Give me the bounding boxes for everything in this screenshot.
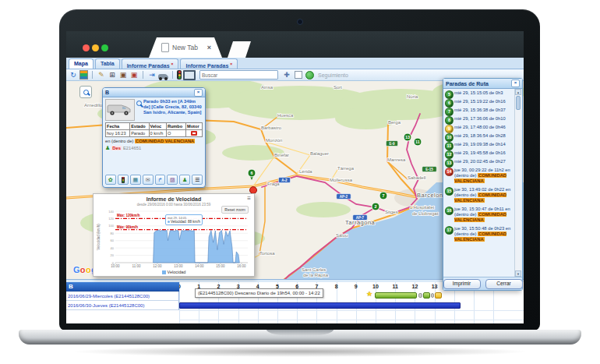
stop-item[interactable]: 6mié 29, 15:19:22 de 0h16 — [445, 97, 514, 106]
browser-tab[interactable]: New Tab × — [149, 37, 222, 58]
vehicle-info-popup: B × Parado 0h33 en [A 349m de] [Calle Gr… — [102, 87, 206, 188]
traffic-light-icon[interactable] — [177, 70, 182, 80]
screen-icon[interactable] — [183, 70, 196, 80]
refresh-icon[interactable]: ↻ — [69, 70, 78, 80]
svg-text:10:00: 10:00 — [111, 264, 120, 268]
search-input[interactable] — [199, 70, 278, 80]
chart-ylabel: Velocidad (km/h) — [97, 224, 101, 250]
stop-item[interactable]: 7mié 29, 15:36:38 de 0h37 — [445, 106, 514, 115]
svg-text:60: 60 — [111, 239, 115, 242]
timeline-row-jueves[interactable]: 2016/06/30-Jueves (E21445128C00) — [66, 301, 179, 310]
maximize-window-button[interactable] — [101, 44, 108, 51]
map-label: Tàrrega — [337, 166, 355, 171]
stops-panel-header[interactable]: Paradas de Ruta × — [443, 79, 522, 89]
timeline-row-miercoles[interactable]: 2016/06/29-Miercoles (E21445128C00) — [66, 292, 179, 301]
stop-marker-number: 11 — [415, 140, 420, 144]
svg-text:20: 20 — [111, 253, 115, 257]
google-letter: G — [73, 265, 80, 274]
map-label: Salou — [336, 233, 348, 238]
status-green-icon[interactable] — [305, 71, 314, 80]
close-popup-icon[interactable]: × — [194, 89, 203, 97]
map-label: Ainsa — [261, 85, 274, 90]
minimize-window-button[interactable] — [92, 44, 99, 51]
map-label: de la Ràpita — [303, 273, 329, 277]
locate-icon[interactable]: ✚ — [282, 70, 291, 80]
tab-title: New Tab — [172, 44, 204, 51]
mail-icon[interactable]: ✉ — [143, 175, 154, 185]
stop-item[interactable]: 9mié 29, 17:48:00 de 0h46 — [445, 123, 514, 132]
zoom-address-icon[interactable] — [136, 101, 142, 106]
bar-connector — [418, 293, 422, 298]
person-icon[interactable]: ♟ — [179, 175, 190, 185]
vehicle-icon[interactable] — [158, 74, 168, 79]
photo-icon[interactable]: ▦ — [130, 175, 141, 185]
app-tab-label: Informe Paradas — [185, 63, 228, 69]
stop-item[interactable]: 12mié 29, 19:45:58 de 0h16 — [445, 149, 514, 157]
close-tab-icon[interactable]: × — [230, 62, 232, 66]
export-icon[interactable]: ⇥ — [147, 70, 157, 80]
app-tab-tabla-1[interactable]: Tabla — [95, 58, 120, 69]
image-icon[interactable]: ▨ — [167, 175, 178, 185]
route-icon[interactable]: ↱ — [155, 175, 166, 185]
map-zoom-control[interactable] — [79, 86, 92, 98]
stop-text: mié 29, 18:36:54 de 0h28 — [454, 133, 506, 138]
poi-icon[interactable]: ✿ — [105, 175, 116, 185]
close-tab-icon[interactable]: × — [207, 44, 211, 51]
stop-item[interactable]: 5mié 29, 15:15:05 de 0h3 — [445, 89, 514, 97]
list-icon[interactable]: ☰ — [192, 175, 203, 185]
legend-icon[interactable] — [79, 70, 88, 80]
road-badge-label: E-15 — [425, 168, 433, 171]
stop-item[interactable]: 10mié 29, 18:36:54 de 0h28 — [445, 132, 514, 140]
map-label: Balaguer — [310, 151, 329, 156]
stop-item[interactable]: 15jue 30, 13:49:02 de 0h22 en (dentro de… — [445, 186, 514, 205]
stop-text: mié 29, 19:45:58 de 0h16 — [454, 150, 506, 155]
close-button[interactable]: Cerrar — [485, 279, 523, 289]
app-tab-informe-paradas-3[interactable]: Informe Paradas× — [180, 58, 238, 69]
snapshot-red-icon[interactable]: ▣ — [129, 70, 139, 80]
timeline-hour-label: 11 — [392, 282, 397, 292]
close-panel-icon[interactable]: × — [511, 80, 520, 87]
app-tab-label: Mapa — [74, 61, 88, 66]
stops-scrollbar[interactable]: ▲ ▼ — [514, 89, 521, 277]
stop-marker-number: 6 — [250, 171, 252, 175]
zone-badge: COMUNIDAD VALENCIANA — [454, 212, 506, 222]
stop-item[interactable]: 11mié 29, 19:09:38 de 0h14 — [445, 140, 514, 149]
stop-number-badge: 16 — [445, 207, 454, 215]
close-window-button[interactable] — [83, 44, 90, 51]
fit-map-icon[interactable]: ⊞ — [108, 70, 117, 80]
app-tab-informe-paradas-2[interactable]: Informe Paradas× — [122, 58, 179, 69]
traffic-icon[interactable] — [118, 175, 129, 185]
zone-prefix: en (dentro de) — [105, 139, 135, 143]
snapshot-icon[interactable]: ▣ — [118, 70, 128, 80]
stop-number-badge: 14 — [445, 168, 454, 176]
traffic-icon-glyph[interactable] — [122, 177, 125, 183]
close-tab-icon[interactable]: × — [171, 62, 174, 66]
road-badge-label: A-2 — [281, 178, 288, 182]
scroll-down-icon[interactable]: ▼ — [515, 270, 521, 277]
edit-icon[interactable]: ✎ — [97, 70, 106, 80]
stop-item[interactable]: 14jue 30, 00:29:22 de 11h2 en (dentro de… — [445, 166, 514, 186]
speed-limit-label: Máx: 120km/h — [117, 214, 140, 217]
vehicle-popup-header[interactable]: B × — [103, 88, 205, 97]
vehicle-photo — [105, 99, 135, 121]
driver-line: ♟ Des E214651 — [105, 145, 203, 150]
stop-marker-number: 7 — [382, 193, 384, 198]
journey-start-star-icon: ★ — [366, 290, 372, 298]
stop-item[interactable]: 13mié 29, 20:02:45 de 0h27 — [445, 157, 514, 166]
svg-text:100: 100 — [108, 224, 114, 228]
map-label: Berga — [388, 120, 401, 125]
follow-checkbox[interactable] — [295, 71, 302, 79]
app-tab-mapa-0[interactable]: Mapa — [69, 58, 94, 69]
stop-item[interactable]: 16jue 30, 15:30:47 de 0h11 en (dentro de… — [445, 205, 514, 224]
scroll-up-icon[interactable]: ▲ — [515, 89, 521, 95]
scroll-thumb[interactable] — [516, 96, 521, 110]
vehicle-name: B — [105, 90, 109, 95]
road-badge-label: AP-2 — [340, 195, 348, 199]
stop-item[interactable]: 8mié 29, 17:36:06 de 0h10 — [445, 115, 514, 123]
stop-item[interactable]: 17jue 30, 15:50:48 de 0h23 en (dentro de… — [445, 224, 514, 244]
new-tab-button[interactable] — [228, 41, 251, 58]
chart-legend[interactable]: Velocidad — [94, 270, 254, 274]
print-button[interactable]: Imprimir — [443, 279, 481, 289]
map-label: Barbastro — [261, 125, 282, 130]
map-label: Sort — [334, 85, 342, 90]
